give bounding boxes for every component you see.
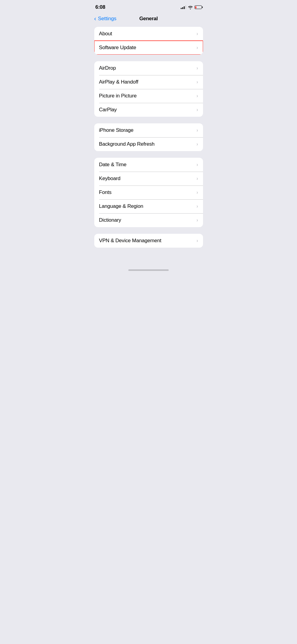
software-update-chevron-icon: ›	[196, 45, 198, 50]
picture-in-picture-item[interactable]: Picture in Picture ›	[94, 89, 203, 103]
back-chevron-icon: ‹	[94, 15, 96, 22]
airdrop-label: AirDrop	[99, 65, 116, 71]
airdrop-item[interactable]: AirDrop ›	[94, 61, 203, 75]
home-indicator-bar	[128, 269, 169, 271]
about-chevron-icon: ›	[196, 31, 198, 36]
picture-in-picture-chevron-icon: ›	[196, 93, 198, 99]
about-item[interactable]: About ›	[94, 27, 203, 41]
language-region-item[interactable]: Language & Region ›	[94, 199, 203, 213]
home-indicator	[89, 266, 208, 273]
iphone-storage-label: iPhone Storage	[99, 127, 133, 133]
iphone-storage-item[interactable]: iPhone Storage ›	[94, 123, 203, 137]
section-1: About › Software Update ›	[94, 27, 203, 55]
fonts-item[interactable]: Fonts ›	[94, 186, 203, 199]
signal-icon	[181, 5, 186, 9]
card-section-2: AirDrop › AirPlay & Handoff › Picture in…	[94, 61, 203, 117]
section-5: VPN & Device Management ›	[94, 234, 203, 248]
dictionary-chevron-icon: ›	[196, 217, 198, 223]
back-label: Settings	[98, 16, 116, 22]
carplay-label: CarPlay	[99, 107, 117, 113]
keyboard-item[interactable]: Keyboard ›	[94, 172, 203, 186]
vpn-device-management-chevron-icon: ›	[196, 238, 198, 243]
about-label: About	[99, 31, 112, 37]
status-time: 6:08	[95, 4, 105, 10]
main-content: About › Software Update › AirDrop › AirP…	[89, 27, 208, 266]
airdrop-chevron-icon: ›	[196, 65, 198, 71]
fonts-chevron-icon: ›	[196, 190, 198, 195]
wifi-icon	[188, 5, 193, 9]
card-section-5: VPN & Device Management ›	[94, 234, 203, 248]
software-update-item[interactable]: Software Update ›	[94, 41, 203, 55]
iphone-storage-chevron-icon: ›	[196, 128, 198, 133]
background-app-refresh-label: Background App Refresh	[99, 141, 155, 147]
keyboard-label: Keyboard	[99, 176, 120, 182]
nav-bar: ‹ Settings General	[89, 13, 208, 27]
status-icons	[181, 5, 202, 9]
fonts-label: Fonts	[99, 189, 112, 195]
background-app-refresh-chevron-icon: ›	[196, 141, 198, 147]
language-region-chevron-icon: ›	[196, 204, 198, 209]
airplay-handoff-item[interactable]: AirPlay & Handoff ›	[94, 75, 203, 89]
vpn-device-management-item[interactable]: VPN & Device Management ›	[94, 234, 203, 248]
vpn-device-management-label: VPN & Device Management	[99, 238, 161, 244]
page-title: General	[139, 16, 158, 22]
dictionary-item[interactable]: Dictionary ›	[94, 213, 203, 227]
battery-icon	[195, 5, 202, 9]
card-section-4: Date & Time › Keyboard › Fonts › Languag…	[94, 158, 203, 227]
carplay-chevron-icon: ›	[196, 107, 198, 113]
date-time-item[interactable]: Date & Time ›	[94, 158, 203, 172]
picture-in-picture-label: Picture in Picture	[99, 93, 137, 99]
card-section-1: About › Software Update ›	[94, 27, 203, 55]
date-time-label: Date & Time	[99, 162, 127, 168]
back-button[interactable]: ‹ Settings	[94, 15, 117, 22]
card-section-3: iPhone Storage › Background App Refresh …	[94, 123, 203, 151]
status-bar: 6:08	[89, 0, 208, 13]
airplay-handoff-chevron-icon: ›	[196, 79, 198, 85]
software-update-label: Software Update	[99, 45, 136, 51]
airplay-handoff-label: AirPlay & Handoff	[99, 79, 138, 85]
section-3: iPhone Storage › Background App Refresh …	[94, 123, 203, 151]
dictionary-label: Dictionary	[99, 217, 121, 223]
language-region-label: Language & Region	[99, 203, 143, 209]
background-app-refresh-item[interactable]: Background App Refresh ›	[94, 137, 203, 151]
keyboard-chevron-icon: ›	[196, 176, 198, 181]
carplay-item[interactable]: CarPlay ›	[94, 103, 203, 117]
section-4: Date & Time › Keyboard › Fonts › Languag…	[94, 158, 203, 227]
section-2: AirDrop › AirPlay & Handoff › Picture in…	[94, 61, 203, 117]
date-time-chevron-icon: ›	[196, 162, 198, 167]
